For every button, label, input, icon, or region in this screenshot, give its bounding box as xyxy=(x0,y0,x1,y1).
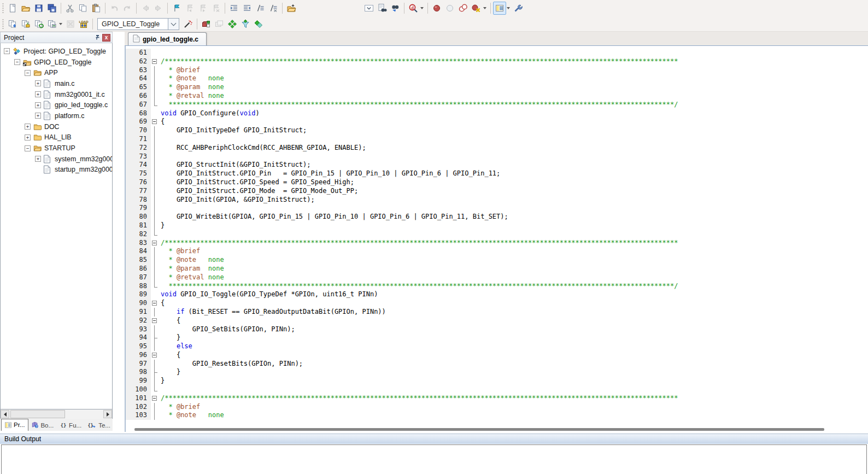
code-line-80[interactable]: 80 GPIO_WriteBit(GPIOA, GPIO_Pin_15 | GP… xyxy=(126,213,868,221)
target-select-value[interactable]: GPIO_LED_Toggle xyxy=(97,18,168,30)
translate-button[interactable] xyxy=(6,17,19,31)
collapse-icon[interactable]: − xyxy=(14,59,20,65)
collapse-icon[interactable]: − xyxy=(25,70,31,76)
save-button[interactable] xyxy=(32,2,45,15)
code-line-68[interactable]: 68void GPIO_Configure(void) xyxy=(126,109,868,118)
configuration-wrench-button[interactable] xyxy=(512,2,525,15)
download-load-button[interactable]: LOAD xyxy=(77,17,90,31)
toolbar-grip[interactable] xyxy=(2,19,4,30)
code-line-73[interactable]: 73 xyxy=(126,153,868,161)
new-file-button[interactable] xyxy=(6,2,19,15)
code-editor[interactable]: 6162/***********************************… xyxy=(125,46,868,432)
code-line-93[interactable]: 93 GPIO_SetBits(GPIOn, PINn); xyxy=(126,325,868,334)
code-line-88[interactable]: 88 *************************************… xyxy=(126,282,868,291)
tree-item-label[interactable]: Project: GPIO_LED_Toggle xyxy=(24,48,106,55)
find-in-files-button[interactable] xyxy=(376,2,389,15)
code-line-103[interactable]: 103 * @note none xyxy=(126,411,868,420)
tree-item-system-mm32g000[interactable]: +system_mm32g000 xyxy=(1,154,112,165)
editor-hscroll-thumb[interactable] xyxy=(134,428,824,431)
build-output-content[interactable] xyxy=(1,444,867,474)
stop-build-button[interactable] xyxy=(64,17,77,31)
manage-books-button[interactable] xyxy=(213,17,226,31)
window-layout-button[interactable] xyxy=(493,2,506,15)
code-line-70[interactable]: 70 GPIO_InitTypeDef GPIO_InitStruct; xyxy=(126,126,868,135)
batch-build-button[interactable] xyxy=(45,17,58,31)
tree-item-label[interactable]: main.c xyxy=(55,80,75,87)
breakpoint-kill-all-button[interactable] xyxy=(470,2,483,15)
tree-item-label[interactable]: mm32g0001_it.c xyxy=(55,91,105,98)
collapse-icon[interactable]: − xyxy=(4,48,10,54)
tree-item-mm32g0001-it-c[interactable]: +mm32g0001_it.c xyxy=(1,89,112,100)
tree-item-label[interactable]: platform.c xyxy=(55,112,84,120)
code-line-62[interactable]: 62/*************************************… xyxy=(126,57,868,66)
tree-item-startup[interactable]: −STARTUP xyxy=(1,143,112,154)
scroll-thumb[interactable] xyxy=(10,410,65,418)
code-line-92[interactable]: 92 { xyxy=(126,317,868,325)
code-line-98[interactable]: 98 } xyxy=(126,368,868,377)
fold-collapse-icon[interactable] xyxy=(151,57,159,66)
code-line-65[interactable]: 65 * @param none xyxy=(126,83,868,92)
folder-sparkle-button[interactable] xyxy=(285,2,298,15)
code-line-64[interactable]: 64 * @note none xyxy=(126,74,868,83)
code-line-91[interactable]: 91 if (Bit_RESET == GPIO_ReadOutputDataB… xyxy=(126,308,868,317)
save-all-button[interactable] xyxy=(45,2,58,15)
debug-session-button[interactable]: d xyxy=(407,2,420,15)
code-line-83[interactable]: 83/*************************************… xyxy=(126,239,868,248)
code-line-77[interactable]: 77 GPIO_InitStruct.GPIO_Mode = GPIO_Mode… xyxy=(126,187,868,196)
incremental-find-button[interactable] xyxy=(389,2,402,15)
project-panel-hscrollbar[interactable] xyxy=(0,409,113,419)
redo-button[interactable] xyxy=(121,2,134,15)
code-line-100[interactable]: 100 xyxy=(126,385,868,394)
options-wand-button[interactable] xyxy=(181,17,195,31)
build-output-caption[interactable]: Build Output xyxy=(0,434,868,444)
expand-icon[interactable]: + xyxy=(35,91,41,97)
tree-item-label[interactable]: startup_mm32g000 xyxy=(55,166,113,173)
pin-icon[interactable] xyxy=(93,34,101,42)
code-line-102[interactable]: 102 * @brief xyxy=(126,403,868,412)
dropdown-caret-icon[interactable] xyxy=(420,7,424,9)
tree-item-main-c[interactable]: +main.c xyxy=(1,78,112,89)
paste-button[interactable] xyxy=(90,2,103,15)
code-line-66[interactable]: 66 * @retval none xyxy=(126,92,868,101)
tree-item-gpio-led-toggle[interactable]: −GPIO_LED_Toggle xyxy=(1,57,112,68)
dropdown-caret-icon[interactable] xyxy=(507,7,510,9)
code-line-94[interactable]: 94 } xyxy=(126,333,868,342)
code-line-87[interactable]: 87 * @retval none xyxy=(126,273,868,282)
code-line-82[interactable]: 82 xyxy=(126,230,868,239)
fold-collapse-icon[interactable] xyxy=(151,317,159,325)
tree-item-label[interactable]: system_mm32g000 xyxy=(55,155,113,163)
manage-components-button[interactable] xyxy=(200,17,213,31)
rte-diamond-button[interactable] xyxy=(226,17,239,31)
nav-back-button[interactable] xyxy=(139,2,152,15)
undo-button[interactable] xyxy=(108,2,121,15)
expand-icon[interactable]: + xyxy=(25,134,31,141)
bookmark-next-button[interactable] xyxy=(196,2,209,15)
tree-item-label[interactable]: APP xyxy=(44,69,58,77)
code-line-75[interactable]: 75 GPIO_InitStruct.GPIO_Pin = GPIO_Pin_1… xyxy=(126,169,868,178)
scroll-track[interactable] xyxy=(9,410,103,418)
code-line-72[interactable]: 72 RCC_AHBPeriphClockCmd(RCC_AHBENR_GPIO… xyxy=(126,144,868,153)
target-select-dropdown-button[interactable] xyxy=(168,18,179,30)
bookmark-toggle-button[interactable] xyxy=(170,2,183,15)
expand-icon[interactable]: + xyxy=(35,80,41,86)
panel-tab-functions-tab[interactable]: {}Fu... xyxy=(57,420,85,431)
code-line-79[interactable]: 79 xyxy=(126,204,868,213)
code-line-74[interactable]: 74 GPIO_StructInit(&GPIO_InitStruct); xyxy=(126,161,868,169)
bookmark-prev-button[interactable] xyxy=(183,2,196,15)
document-tab[interactable]: gpio_led_toggle.c xyxy=(128,32,207,45)
breakpoint-toggle-button[interactable] xyxy=(430,2,443,15)
breakpoint-enable-disable-button[interactable] xyxy=(443,2,456,15)
code-line-97[interactable]: 97 GPIO_ResetBits(GPIOn, PINn); xyxy=(126,360,868,368)
expand-icon[interactable]: + xyxy=(35,102,41,108)
code-line-71[interactable]: 71 xyxy=(126,135,868,144)
code-line-81[interactable]: 81} xyxy=(126,221,868,230)
code-line-85[interactable]: 85 * @note none xyxy=(126,256,868,265)
dropdown-caret-icon[interactable] xyxy=(483,7,486,9)
fold-collapse-icon[interactable] xyxy=(151,351,159,360)
breakpoint-disable-all-button[interactable] xyxy=(456,2,470,15)
tree-item-gpio-led-toggle-c[interactable]: +gpio_led_toggle.c xyxy=(1,100,112,110)
build-button[interactable] xyxy=(19,17,32,31)
tree-item-platform-c[interactable]: +platform.c xyxy=(1,110,112,121)
collapse-icon[interactable]: − xyxy=(25,145,31,151)
open-file-button[interactable] xyxy=(19,2,32,15)
